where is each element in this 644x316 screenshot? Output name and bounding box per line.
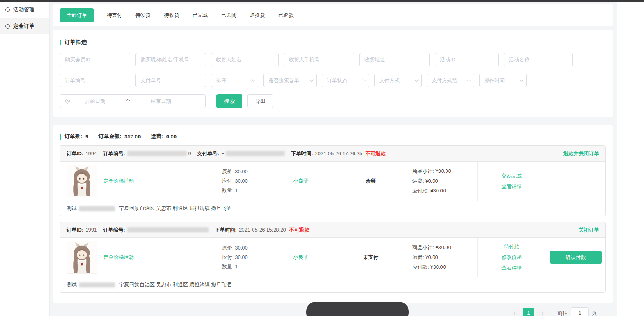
section-accent-bar [60, 40, 61, 45]
tab-pending-shipment[interactable]: 待发货 [135, 12, 151, 19]
export-button[interactable]: 导出 [247, 94, 273, 108]
order-no-label: 订单编号: [103, 226, 125, 233]
sidebar-item-activity-management[interactable]: 活动管理 [0, 2, 49, 18]
non-refundable-badge: 不可退款 [365, 150, 386, 157]
sort-select[interactable]: 排序 [211, 74, 258, 87]
pay-no-label: 支付单号: [197, 150, 219, 157]
consignee-phone-input[interactable] [284, 53, 354, 66]
date-range-separator: 至 [120, 98, 136, 105]
consignee-address: 宁夏回族自治区 吴忠市 利通区 扁担沟镇 撒旦飞洒 [119, 281, 231, 288]
close-order-link[interactable]: 关闭订单 [579, 226, 599, 233]
confirm-payment-button[interactable]: 确认付款 [550, 251, 602, 264]
tab-pending-receipt[interactable]: 待收货 [164, 12, 179, 19]
shipping-address-input[interactable] [359, 53, 430, 66]
order-tabs-bar: 全部订单 待支付 待发货 待收货 已完成 已关闭 退换货 已退款 [53, 4, 613, 26]
payment-method-group-select[interactable]: 支付方式组 [427, 74, 474, 87]
order-time-label: 下单时间: [215, 226, 237, 233]
consignee-name-input[interactable] [211, 53, 279, 66]
amount-due: 应付款: ¥30.00 [412, 187, 446, 194]
filter-section-title: 订单筛选 [60, 39, 606, 46]
chevron-left-icon: ‹ [514, 310, 516, 316]
view-details-link[interactable]: 查看详情 [501, 183, 522, 190]
filter-row-1 [60, 53, 606, 66]
order-count-value: 9 [85, 134, 88, 140]
non-refundable-badge: 不可退款 [289, 226, 310, 233]
order-count-label: 订单数: [65, 133, 82, 140]
freight-amount: 运费: ¥0.00 [412, 178, 438, 185]
order-id-value: 1994 [85, 151, 97, 156]
payment-method-select[interactable]: 支付方式 [374, 74, 422, 87]
consignee-name: 测试 [67, 281, 77, 288]
order-id-value: 1991 [85, 227, 97, 233]
order-filter-panel: 订单筛选 排序 是否搜索首单 订单状态 [53, 30, 613, 117]
quantity: 数量: 1 [222, 263, 238, 270]
chevron-down-icon [520, 78, 523, 82]
buyer-cell[interactable]: 小良子 [266, 238, 336, 277]
tab-completed[interactable]: 已完成 [193, 12, 208, 19]
buyer-cell[interactable]: 小良子 [266, 162, 336, 201]
next-page-button[interactable]: › [537, 308, 548, 316]
sidebar-item-deposit-orders[interactable]: 定金订单 [0, 18, 49, 34]
quantity: 数量: 1 [222, 187, 238, 194]
consignee-name: 测试 [67, 205, 77, 212]
order-id-label: 订单ID: [67, 150, 83, 157]
orders-panel: 订单数: 9 订单金额: 317.00 运费: 0.00 订单ID: 1994 … [53, 125, 613, 303]
first-order-select[interactable]: 是否搜索首单 [263, 74, 317, 87]
product-name-link[interactable]: 定金阶梯活动 [103, 178, 134, 185]
redacted-order-number [127, 151, 187, 156]
payment-number-input[interactable] [135, 74, 206, 87]
chevron-right-icon: › [542, 310, 544, 316]
order-no-suffix: 9 [188, 151, 191, 156]
chevron-down-icon [251, 78, 255, 82]
view-details-link[interactable]: 查看详情 [501, 264, 522, 271]
refund-and-close-order-link[interactable]: 退款并关闭订单 [563, 150, 599, 157]
totals-cell: 商品小计: ¥30.00 运费: ¥0.00 应付款: ¥30.00 [406, 238, 477, 277]
goto-page-input[interactable] [571, 307, 589, 316]
modify-price-link[interactable]: 修改价格 [501, 254, 522, 261]
redacted-order-number [127, 227, 209, 232]
tab-refunded[interactable]: 已退款 [278, 12, 294, 19]
prev-page-button[interactable]: ‹ [509, 308, 520, 316]
goods-subtotal: 商品小计: ¥30.00 [412, 168, 451, 175]
section-accent-bar [60, 134, 61, 140]
tab-all-orders[interactable]: 全部订单 [60, 8, 94, 22]
order-card-1994: 订单ID: 1994 订单编号: 9 支付单号: F 下单时间: 2021-05… [60, 145, 606, 216]
page-1-button[interactable]: 1 [523, 308, 534, 316]
payment-method-select-placeholder: 支付方式 [379, 77, 400, 84]
consignee-address: 宁夏回族自治区 吴忠市 利通区 扁担沟镇 撒旦飞洒 [119, 205, 231, 212]
buyer-nickname-input[interactable] [135, 53, 206, 66]
freight-value: 0.00 [166, 134, 177, 140]
buyer-member-id-input[interactable] [60, 53, 130, 66]
filter-row-2: 排序 是否搜索首单 订单状态 支付方式 支付方式组 操作时间 [60, 74, 606, 87]
date-range-picker[interactable]: 开始日期 至 结束日期 [60, 94, 206, 108]
tab-closed[interactable]: 已关闭 [221, 12, 236, 19]
product-cell: 定金阶梯活动 [60, 238, 213, 277]
tab-pending-payment[interactable]: 待支付 [107, 12, 122, 19]
product-image [67, 241, 97, 274]
product-cell: 定金阶梯活动 [60, 162, 213, 201]
chevron-down-icon [310, 78, 314, 82]
tab-return-exchange[interactable]: 退换货 [250, 12, 265, 19]
goto-label: 前往 [557, 310, 568, 316]
search-button[interactable]: 搜索 [216, 94, 242, 108]
order-time-value: 2021-05-26 15:28:20 [239, 227, 286, 233]
product-name-link[interactable]: 定金阶梯活动 [103, 254, 134, 261]
product-image [67, 165, 97, 198]
clock-icon [65, 99, 70, 104]
order-status-select[interactable]: 订单状态 [322, 74, 369, 87]
order-status-text: 待付款 [504, 243, 520, 250]
activity-id-input[interactable] [435, 53, 499, 66]
action-cell [546, 162, 605, 201]
order-id-label: 订单ID: [67, 226, 83, 233]
payment-method-group-select-placeholder: 支付方式组 [432, 77, 457, 84]
filter-title-text: 订单筛选 [65, 39, 87, 46]
order-number-input[interactable] [60, 74, 130, 87]
order-header: 订单ID: 1994 订单编号: 9 支付单号: F 下单时间: 2021-05… [60, 146, 605, 162]
payment-method-cell: 余额 [336, 162, 406, 201]
order-card-1991: 订单ID: 1991 订单编号: 下单时间: 2021-05-26 15:28:… [60, 222, 606, 293]
activity-name-input[interactable] [504, 53, 573, 66]
first-order-select-placeholder: 是否搜索首单 [269, 77, 299, 84]
operation-time-select[interactable]: 操作时间 [479, 74, 527, 87]
price-cell: 原价: 30.00 应付: 30.00 数量: 1 [213, 238, 266, 277]
start-date-placeholder: 开始日期 [70, 98, 120, 105]
